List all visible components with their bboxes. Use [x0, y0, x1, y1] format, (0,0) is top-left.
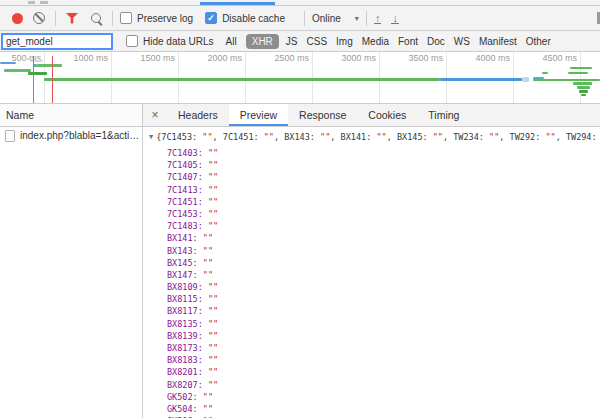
- filter-chip-xhr[interactable]: XHR: [246, 34, 279, 49]
- separator: [55, 11, 56, 26]
- waterfall-bar: [37, 64, 62, 67]
- json-property-row[interactable]: 7C1451: "": [143, 196, 600, 208]
- property-value: "": [203, 233, 213, 243]
- inspect-icon[interactable]: [28, 1, 35, 4]
- throttling-value: Online: [312, 13, 341, 24]
- property-name: 7C1453:: [167, 209, 208, 219]
- summary-key: BX141:: [341, 132, 377, 142]
- waterfall-bar: [573, 82, 592, 85]
- chevron-down-icon: ▾: [355, 14, 359, 23]
- comma: ,: [213, 132, 223, 142]
- disable-cache-checkbox[interactable]: ✓ Disable cache: [205, 12, 285, 24]
- close-detail-button[interactable]: ×: [143, 104, 167, 126]
- filter-chip-js[interactable]: JS: [286, 36, 298, 47]
- json-property-row[interactable]: BX8207: "": [143, 379, 600, 391]
- json-property-row[interactable]: 7C1413: "": [143, 184, 600, 196]
- tab-cookies[interactable]: Cookies: [357, 104, 417, 126]
- property-name: BX141:: [167, 233, 203, 243]
- json-property-row[interactable]: BX8115: "": [143, 293, 600, 305]
- summary-value: "": [376, 132, 386, 142]
- disclosure-triangle-icon[interactable]: ▼: [149, 133, 153, 141]
- json-property-row[interactable]: BX141: "": [143, 232, 600, 244]
- filter-input[interactable]: [2, 34, 112, 49]
- filter-chip-ws[interactable]: WS: [454, 36, 470, 47]
- checkbox-unchecked: [126, 35, 138, 47]
- detail-tab-bar: × HeadersPreviewResponseCookiesTiming: [143, 104, 600, 126]
- property-value: "": [203, 392, 213, 402]
- tab-timing[interactable]: Timing: [417, 104, 470, 126]
- filter-chip-css[interactable]: CSS: [307, 36, 328, 47]
- waterfall-bar: [581, 94, 586, 96]
- separator: [112, 11, 113, 26]
- request-row[interactable]: index.php?blabla=1&action…: [0, 127, 142, 144]
- waterfall-bar: [579, 90, 588, 93]
- filter-toggle-button[interactable]: [63, 9, 81, 27]
- json-property-row[interactable]: GK504: "": [143, 403, 600, 415]
- filter-chip-img[interactable]: Img: [336, 36, 353, 47]
- json-property-rows: 7C1403: ""7C1405: ""7C1407: ""7C1413: ""…: [143, 147, 600, 418]
- json-property-row[interactable]: BX8135: "": [143, 318, 600, 330]
- clear-button[interactable]: [30, 9, 48, 27]
- import-har-button[interactable]: ↑: [374, 13, 382, 24]
- property-name: 7C1451:: [167, 197, 208, 207]
- json-property-row[interactable]: 7C1403: "": [143, 147, 600, 159]
- tab-response[interactable]: Response: [288, 104, 357, 126]
- summary-key: BX145:: [397, 132, 433, 142]
- network-overview[interactable]: 500 ms1000 ms1500 ms2000 ms2500 ms3000 m…: [0, 52, 600, 104]
- device-toolbar-icon[interactable]: [40, 1, 48, 4]
- json-property-row[interactable]: 7C1483: "": [143, 220, 600, 232]
- json-root-summary[interactable]: ▼{7C1453: "", 7C1451: "", BX143: "", BX1…: [143, 127, 600, 147]
- filter-chip-manifest[interactable]: Manifest: [479, 36, 517, 47]
- property-value: "": [208, 221, 218, 231]
- json-property-row[interactable]: BX145: "": [143, 257, 600, 269]
- name-column-header[interactable]: Name: [0, 104, 143, 126]
- export-har-button[interactable]: ↓: [391, 13, 399, 24]
- summary-pairs: 7C1453: "", 7C1451: "", BX143: "", BX141…: [161, 132, 600, 142]
- filter-chip-doc[interactable]: Doc: [427, 36, 445, 47]
- filter-chip-other[interactable]: Other: [526, 36, 551, 47]
- property-value: "": [208, 197, 218, 207]
- property-name: BX8183:: [167, 355, 208, 365]
- json-property-row[interactable]: BX143: "": [143, 245, 600, 257]
- filter-chip-media[interactable]: Media: [362, 36, 389, 47]
- search-button[interactable]: [87, 9, 105, 27]
- tab-preview[interactable]: Preview: [229, 104, 288, 126]
- comma: ,: [387, 132, 397, 142]
- json-property-row[interactable]: 7C1407: "": [143, 171, 600, 183]
- property-name: BX8135:: [167, 319, 208, 329]
- property-name: BX147:: [167, 270, 203, 280]
- checkbox-checked: ✓: [205, 12, 217, 24]
- devtools-network-panel: Preserve log ✓ Disable cache Online ▾ ↑ …: [0, 0, 600, 418]
- load-event-line: [52, 56, 53, 103]
- json-property-row[interactable]: 7C1405: "": [143, 159, 600, 171]
- clear-icon: [33, 12, 45, 24]
- json-property-row[interactable]: 7C1453: "": [143, 208, 600, 220]
- hide-data-urls-checkbox[interactable]: Hide data URLs: [126, 35, 214, 47]
- preserve-log-checkbox[interactable]: Preserve log: [120, 12, 193, 24]
- disable-cache-label: Disable cache: [222, 13, 285, 24]
- json-property-row[interactable]: BX8183: "": [143, 354, 600, 366]
- summary-value: "": [202, 132, 212, 142]
- property-name: BX8115:: [167, 294, 208, 304]
- property-value: "": [208, 380, 218, 390]
- throttling-dropdown[interactable]: Online ▾: [312, 13, 359, 24]
- summary-key: 7C1453:: [161, 132, 202, 142]
- waterfall-bar: [44, 78, 440, 81]
- preview-pane: ▼{7C1453: "", 7C1451: "", BX143: "", BX1…: [143, 127, 600, 418]
- summary-value: "": [320, 132, 330, 142]
- json-property-row[interactable]: BX8173: "": [143, 342, 600, 354]
- tab-headers[interactable]: Headers: [167, 104, 229, 126]
- property-value: "": [208, 148, 218, 158]
- property-value: "": [208, 355, 218, 365]
- json-property-row[interactable]: BX8139: "": [143, 330, 600, 342]
- filter-chip-font[interactable]: Font: [398, 36, 418, 47]
- json-property-row[interactable]: BX8201: "": [143, 366, 600, 378]
- json-property-row[interactable]: BX8109: "": [143, 281, 600, 293]
- json-property-row[interactable]: BX8117: "": [143, 305, 600, 317]
- record-button[interactable]: [8, 9, 26, 27]
- json-property-row[interactable]: GK502: "": [143, 391, 600, 403]
- summary-key: 7C1451:: [223, 132, 264, 142]
- search-icon: [91, 13, 101, 23]
- filter-chip-all[interactable]: All: [226, 36, 237, 47]
- json-property-row[interactable]: BX147: "": [143, 269, 600, 281]
